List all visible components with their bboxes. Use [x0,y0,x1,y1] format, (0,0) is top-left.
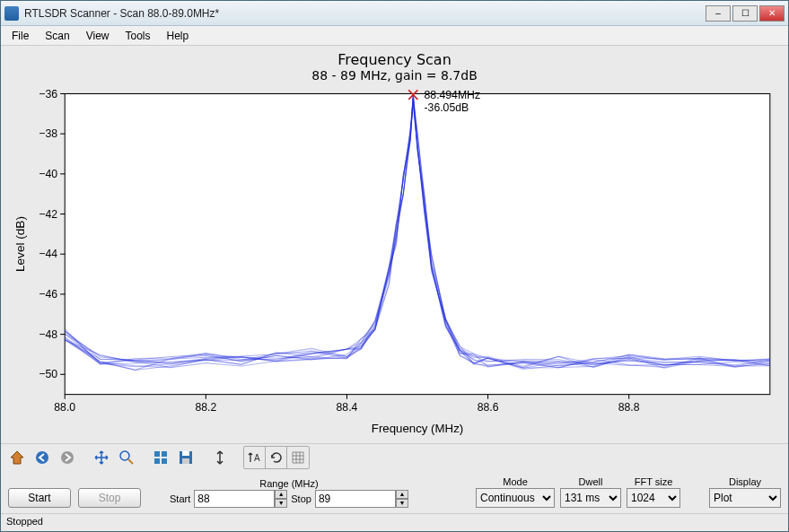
svg-text:88.2: 88.2 [195,401,216,414]
menu-tools[interactable]: Tools [118,28,158,44]
titlebar: RTLSDR Scanner - Scan 88.0-89.0MHz* – ☐ … [1,1,788,26]
stop-label: Stop [291,493,311,504]
svg-text:Level (dB): Level (dB) [13,216,27,272]
start-up[interactable]: ▲ [275,490,287,499]
start-down[interactable]: ▼ [275,499,287,508]
svg-rect-37 [154,458,160,464]
fft-label: FFT size [635,476,673,487]
plot-title: Frequency Scan [10,51,779,68]
zoom-icon[interactable] [116,447,137,468]
home-icon[interactable] [6,447,28,468]
display-label: Display [729,476,761,487]
svg-rect-35 [154,451,160,457]
menu-help[interactable]: Help [160,28,197,44]
svg-text:−50: −50 [39,368,57,380]
svg-text:−46: −46 [39,288,57,301]
window-title: RTLSDR Scanner - Scan 88.0-89.0MHz* [24,7,706,20]
grid-icon[interactable] [287,447,309,468]
maximize-button[interactable]: ☐ [732,5,758,22]
menu-scan[interactable]: Scan [38,28,76,44]
svg-text:A: A [254,453,260,463]
pan-icon[interactable] [91,447,112,468]
svg-text:88.494MHz: 88.494MHz [425,89,481,101]
svg-text:−36: −36 [39,88,57,100]
svg-text:88.6: 88.6 [478,401,499,414]
svg-point-32 [61,451,74,464]
extras-group: A [243,446,310,469]
svg-point-31 [36,451,48,464]
svg-text:−38: −38 [39,127,57,140]
start-input[interactable] [194,490,275,508]
autorange-vert-icon[interactable] [209,447,231,468]
svg-text:−42: −42 [39,208,57,221]
subplots-icon[interactable] [150,447,171,468]
display-select[interactable]: Plot [709,488,781,508]
minimize-button[interactable]: – [706,5,731,22]
svg-text:Frequency (MHz): Frequency (MHz) [372,421,463,434]
stop-input[interactable] [315,490,396,508]
svg-point-33 [120,451,129,460]
svg-rect-40 [182,451,189,456]
menubar: File Scan View Tools Help [1,26,788,46]
svg-text:−44: −44 [39,248,57,260]
stop-up[interactable]: ▲ [396,490,408,499]
app-icon [4,6,19,21]
svg-text:88.0: 88.0 [54,401,75,414]
svg-line-34 [128,459,133,464]
dwell-label: Dwell [579,476,603,487]
svg-text:-36.05dB: -36.05dB [425,101,469,114]
start-button[interactable]: Start [8,488,71,508]
svg-text:88.8: 88.8 [618,401,640,414]
controls-bar: Start Stop Range (MHz) Start ▲▼ Stop ▲▼ [1,470,788,513]
mode-label: Mode [503,476,528,487]
chart[interactable]: 88.088.288.488.688.8−36−38−40−42−44−46−4… [10,84,779,441]
range-label: Range (MHz) [259,478,318,489]
svg-text:−40: −40 [39,168,57,180]
autoscale-icon[interactable]: A [244,447,266,468]
menu-file[interactable]: File [4,28,36,44]
fft-select[interactable]: 1024 [627,488,680,508]
refresh-icon[interactable] [266,447,287,468]
start-label: Start [170,493,190,504]
close-button[interactable]: ✕ [759,5,785,22]
main-window: RTLSDR Scanner - Scan 88.0-89.0MHz* – ☐ … [0,0,789,532]
menu-view[interactable]: View [79,28,117,44]
stop-down[interactable]: ▼ [396,499,408,508]
stop-button[interactable]: Stop [78,488,141,508]
svg-rect-41 [182,458,189,464]
plot-subtitle: 88 - 89 MHz, gain = 8.7dB [10,68,779,83]
dwell-select[interactable]: 131 ms [560,488,621,508]
statusbar: Stopped [1,513,788,531]
save-icon[interactable] [175,447,197,468]
mode-select[interactable]: Continuous [476,488,555,508]
back-icon[interactable] [31,447,53,468]
forward-icon[interactable] [57,447,78,468]
svg-rect-36 [162,451,167,457]
svg-rect-38 [162,458,167,464]
status-text: Stopped [6,516,43,527]
plot-area: Frequency Scan 88 - 89 MHz, gain = 8.7dB… [1,46,788,443]
svg-text:88.4: 88.4 [337,401,358,414]
toolbar: A [1,443,788,470]
svg-text:−48: −48 [39,328,57,341]
